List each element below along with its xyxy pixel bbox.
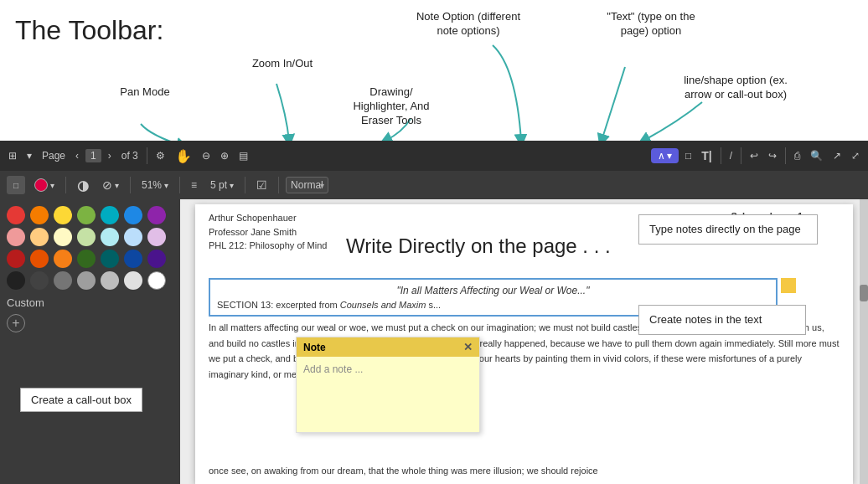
author-line: Arthur Schopenhauer [209, 211, 327, 225]
section-label: SECTION 13: excerpted from [217, 300, 340, 310]
color-orange[interactable] [30, 206, 49, 224]
note-title: Note [303, 342, 326, 353]
create-notes-box: Create notes in the text [638, 305, 806, 335]
scrollbar-thumb[interactable] [860, 285, 868, 301]
settings-button[interactable]: ⚙ [152, 148, 168, 163]
page-title: The Toolbar: [15, 15, 163, 46]
color-picker-button[interactable]: ▾ [30, 177, 59, 193]
stroke-icon: ⊘ [102, 178, 112, 192]
opacity-button[interactable]: ◑ [73, 176, 93, 195]
dropdown-arrow[interactable]: ▾ [23, 148, 35, 163]
zoom-out-button[interactable]: ⊖ [199, 148, 214, 163]
color-teal[interactable] [101, 206, 119, 224]
normal-label: Normal [291, 179, 323, 191]
drawing-label: Drawing/ Highlighter, And Eraser Tools [345, 85, 437, 128]
layout-button[interactable]: ▤ [235, 148, 251, 163]
color-light-blue[interactable] [124, 228, 142, 246]
color-dark-gray[interactable] [30, 271, 49, 290]
page-thumbnail-button[interactable]: □ [7, 176, 25, 194]
add-color-button[interactable]: + [7, 314, 25, 332]
color-green[interactable] [77, 206, 96, 224]
color-white[interactable] [147, 271, 166, 290]
color-purple[interactable] [147, 206, 166, 224]
comment-button[interactable]: □ [682, 148, 695, 163]
text-button[interactable]: T| [698, 147, 715, 164]
page-header-info: Arthur Schopenhauer Professor Jane Smith… [209, 211, 327, 253]
color-red[interactable] [7, 206, 25, 224]
pan-button[interactable]: ✋ [172, 147, 195, 166]
scrollbar[interactable] [860, 199, 868, 484]
color-dark-orange[interactable] [30, 250, 49, 268]
sticky-note-icon[interactable] [781, 278, 796, 293]
redo-button[interactable]: ↪ [765, 148, 780, 163]
note-popup-body[interactable]: Add a note ... [297, 357, 479, 432]
color-black[interactable] [7, 271, 25, 290]
color-gray[interactable] [77, 271, 96, 290]
pan-mode-label: Pan Mode [107, 85, 183, 100]
color-dark-teal[interactable] [101, 250, 119, 268]
toolbar-second: □ ▾ ◑ ⊘ ▾ 51% ▾ ≡ 5 pt ▾ ☑ [0, 171, 868, 199]
callout-box-label: Create a call-out box [20, 388, 142, 412]
zoom-in-button[interactable]: ⊕ [217, 148, 232, 163]
color-light-gray[interactable] [101, 271, 119, 290]
sec-sep-5 [278, 177, 279, 193]
professor-line: Professor Jane Smith [209, 225, 327, 239]
color-yellow[interactable] [54, 206, 72, 224]
line-tool-button[interactable]: / [726, 148, 736, 163]
zoom-percent-label: 51% [142, 179, 162, 191]
type-notes-box: Type notes directly on the page [638, 214, 818, 245]
page-number-input[interactable]: 1 [85, 149, 101, 162]
page-content: Schopenhauer 1 Arthur Schopenhauer Profe… [195, 204, 853, 484]
note-close-button[interactable]: ✕ [463, 341, 473, 353]
color-dark-green[interactable] [77, 250, 96, 268]
sec-sep-3 [179, 177, 180, 193]
color-dark-yellow[interactable] [54, 250, 72, 268]
note-active-button[interactable]: ∧ ▾ [651, 148, 679, 163]
line-style-icon: ≡ [191, 179, 197, 191]
search-button[interactable]: 🔍 [807, 148, 826, 163]
sec-sep-1 [65, 177, 66, 193]
zoom-label: Zoom In/Out [249, 57, 316, 71]
page-prev-button[interactable]: ‹ [72, 148, 82, 163]
sec-sep-4 [245, 177, 245, 193]
stroke-color-button[interactable]: ⊘ ▾ [98, 177, 123, 193]
color-light-orange[interactable] [30, 228, 49, 246]
sec-sep-2 [130, 177, 131, 193]
color-grid [7, 206, 173, 290]
share-button[interactable]: ↗ [829, 148, 845, 163]
color-light-red[interactable] [7, 228, 25, 246]
toolbar-wrapper: ⊞ ▾ Page ‹ 1 › of 3 ⚙ ✋ ⊖ ⊕ ▤ ∧ ▾ □ T| /… [0, 141, 868, 199]
color-dark-red[interactable] [7, 250, 25, 268]
note-caret-icon: ∧ [658, 150, 665, 162]
fullscreen-button[interactable]: ⤢ [848, 148, 863, 163]
italic-part: Counsels and Maxim [340, 300, 426, 310]
color-light-green[interactable] [77, 228, 96, 246]
line-weight-button[interactable]: 5 pt ▾ [206, 178, 238, 193]
toolbar-top: ⊞ ▾ Page ‹ 1 › of 3 ⚙ ✋ ⊖ ⊕ ▤ ∧ ▾ □ T| /… [0, 141, 868, 171]
print-button[interactable]: ⎙ [791, 148, 803, 163]
color-blue[interactable] [124, 206, 142, 224]
color-dark-purple[interactable] [147, 250, 166, 268]
zoom-percent-button[interactable]: 51% ▾ [137, 178, 173, 193]
color-dark-blue[interactable] [124, 250, 142, 268]
stamp-button[interactable]: ☑ [252, 177, 271, 193]
highlight-title: "In all Matters Affecting our Weal or Wo… [217, 285, 769, 296]
color-mid-gray[interactable] [54, 271, 72, 290]
line-weight-label: 5 pt [210, 179, 227, 191]
color-light-yellow[interactable] [54, 228, 72, 246]
toolbar-sep-3 [741, 147, 741, 164]
color-light-purple[interactable] [147, 228, 166, 246]
undo-button[interactable]: ↩ [747, 148, 762, 163]
toolbar-sep-4 [785, 147, 786, 164]
grid-view-button[interactable]: ⊞ [5, 148, 20, 163]
color-dropdown-arrow: ▾ [50, 181, 54, 190]
color-very-light-gray[interactable] [124, 271, 142, 290]
custom-label: Custom [7, 296, 173, 309]
color-light-teal[interactable] [101, 228, 119, 246]
write-directly-text: Write Directly on the page . . . [346, 234, 611, 258]
page-next-button[interactable]: › [105, 148, 115, 163]
line-style-button[interactable]: ≡ [187, 178, 201, 193]
course-line: PHL 212: Philosophy of Mind [209, 239, 327, 253]
normal-dropdown[interactable]: Normal [286, 177, 328, 193]
zoom-dropdown-arrow: ▾ [164, 181, 168, 190]
